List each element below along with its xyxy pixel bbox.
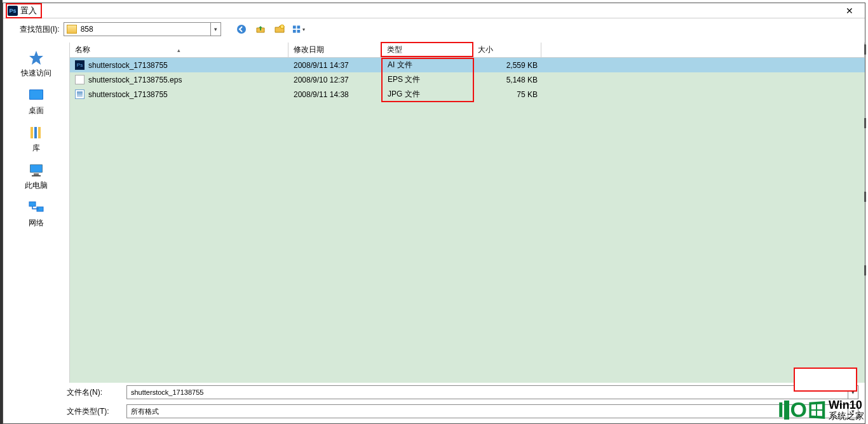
filetype-label: 文件类型(T): xyxy=(67,406,114,417)
bottom-panel: 文件名(N): shutterstock_17138755 ▾ 文件类型(T):… xyxy=(3,383,865,423)
file-type: AI 文件 xyxy=(381,60,474,70)
file-date: 2008/9/11 14:38 xyxy=(288,90,381,99)
file-size: 75 KB xyxy=(474,90,543,99)
file-type: EPS 文件 xyxy=(381,74,474,85)
sidebar-item-quick-access[interactable]: 快速访问 xyxy=(8,46,65,81)
file-type: JPG 文件 xyxy=(381,89,474,100)
sidebar-item-label: 快速访问 xyxy=(21,68,51,79)
svg-rect-4 xyxy=(293,30,296,33)
lookin-value: 858 xyxy=(79,25,210,34)
header-date[interactable]: 修改日期 xyxy=(288,43,381,57)
file-size: 2,559 KB xyxy=(474,61,543,70)
title-highlight-box: Ps 置入 xyxy=(6,3,42,18)
filetype-input[interactable]: 所有格式 ▾ xyxy=(126,404,858,418)
file-name: shutterstock_17138755 xyxy=(88,61,168,70)
sidebar-item-label: 网络 xyxy=(29,218,44,229)
sidebar-item-libraries[interactable]: 库 xyxy=(8,121,65,156)
filename-label: 文件名(N): xyxy=(67,387,114,398)
sidebar-item-this-pc[interactable]: 此电脑 xyxy=(8,159,65,194)
file-icon xyxy=(75,89,85,99)
file-date: 2008/9/10 12:37 xyxy=(288,76,381,84)
svg-point-1 xyxy=(280,25,284,29)
svg-rect-9 xyxy=(31,127,33,138)
up-icon[interactable] xyxy=(254,23,267,36)
file-size: 5,148 KB xyxy=(474,76,543,84)
file-pane: 名称 修改日期 类型 大小 shutterstock_171387552008/… xyxy=(69,43,865,383)
this-pc-icon xyxy=(26,161,46,179)
svg-rect-8 xyxy=(30,90,43,99)
lookin-label: 查找范围(I): xyxy=(20,24,60,35)
titlebar: Ps 置入 ✕ xyxy=(3,3,865,18)
svg-rect-2 xyxy=(293,25,296,29)
svg-rect-14 xyxy=(34,173,39,175)
sidebar-item-network[interactable]: 网络 xyxy=(8,196,65,231)
chevron-down-icon[interactable]: ▾ xyxy=(848,405,858,418)
header-name[interactable]: 名称 xyxy=(70,43,288,57)
file-icon xyxy=(75,60,85,70)
toolbar: 查找范围(I): 858 ▾ ▾ xyxy=(3,18,865,40)
new-folder-icon[interactable] xyxy=(273,23,286,36)
header-size[interactable]: 大小 xyxy=(473,43,541,57)
sidebar-item-label: 此电脑 xyxy=(25,180,48,191)
network-icon xyxy=(26,199,46,216)
chevron-down-icon[interactable]: ▾ xyxy=(848,386,858,399)
file-list[interactable]: shutterstock_171387552008/9/11 14:37AI 文… xyxy=(70,58,865,383)
dialog-body: 快速访问 桌面 库 此电脑 xyxy=(3,43,865,383)
dialog-title: 置入 xyxy=(20,5,37,17)
lookin-combo[interactable]: 858 ▾ xyxy=(64,22,221,36)
svg-rect-15 xyxy=(32,175,41,176)
chevron-down-icon: ▾ xyxy=(302,27,305,32)
sidebar-item-label: 库 xyxy=(32,143,40,154)
libraries-icon xyxy=(26,124,46,142)
filetype-value: 所有格式 xyxy=(127,407,848,416)
ps-app-icon: Ps xyxy=(8,6,18,16)
svg-rect-16 xyxy=(29,202,36,206)
quick-access-icon xyxy=(26,49,46,67)
header-type[interactable]: 类型 xyxy=(381,42,473,57)
back-icon[interactable] xyxy=(235,23,248,36)
file-date: 2008/9/11 14:37 xyxy=(288,61,381,70)
svg-rect-11 xyxy=(38,127,41,138)
places-sidebar: 快速访问 桌面 库 此电脑 xyxy=(3,43,69,383)
svg-rect-13 xyxy=(31,165,42,172)
file-name: shutterstock_17138755.eps xyxy=(88,76,182,84)
views-icon[interactable]: ▾ xyxy=(292,23,305,36)
chevron-down-icon[interactable]: ▾ xyxy=(210,23,220,36)
scrollbar-marks xyxy=(864,44,867,381)
file-name: shutterstock_17138755 xyxy=(88,90,168,99)
close-button[interactable]: ✕ xyxy=(837,4,862,18)
column-headers: 名称 修改日期 类型 大小 xyxy=(70,43,865,58)
close-icon: ✕ xyxy=(846,6,853,16)
place-dialog: Ps 置入 ✕ 查找范围(I): 858 ▾ ▾ xyxy=(3,3,865,424)
file-row[interactable]: shutterstock_171387552008/9/11 14:38JPG … xyxy=(70,87,865,102)
sidebar-item-desktop[interactable]: 桌面 xyxy=(8,84,65,119)
svg-rect-3 xyxy=(297,25,300,29)
sidebar-item-label: 桌面 xyxy=(29,105,44,116)
svg-marker-6 xyxy=(29,51,43,65)
file-row[interactable]: shutterstock_17138755.eps2008/9/10 12:37… xyxy=(70,72,865,87)
filename-value: shutterstock_17138755 xyxy=(127,388,848,396)
folder-icon xyxy=(67,25,77,34)
svg-rect-10 xyxy=(34,127,37,138)
file-row[interactable]: shutterstock_171387552008/9/11 14:37AI 文… xyxy=(70,58,865,72)
filename-input[interactable]: shutterstock_17138755 ▾ xyxy=(126,385,858,399)
desktop-icon xyxy=(26,86,46,104)
header-rest xyxy=(541,43,865,57)
file-icon xyxy=(75,75,85,84)
svg-point-0 xyxy=(237,25,246,34)
svg-rect-5 xyxy=(297,30,300,33)
